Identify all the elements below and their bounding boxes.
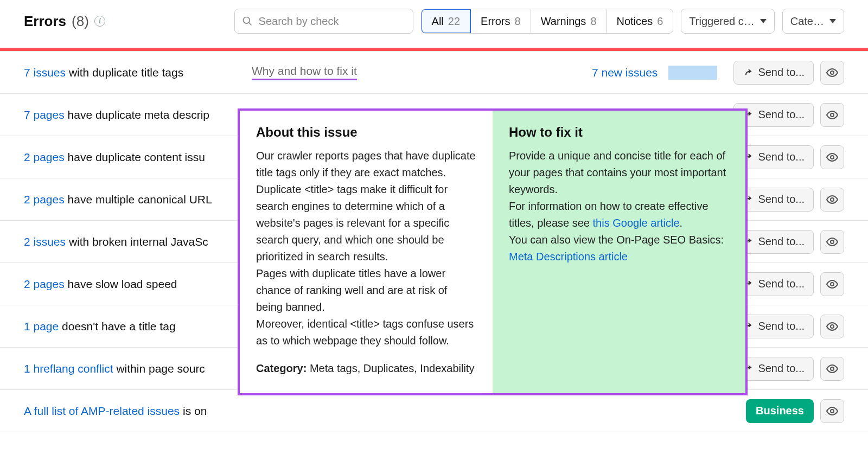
chevron-down-icon bbox=[760, 19, 767, 23]
svg-line-1 bbox=[248, 23, 251, 25]
svg-point-9 bbox=[831, 367, 834, 370]
visibility-toggle[interactable] bbox=[820, 272, 844, 296]
issue-rest: with duplicate title tags bbox=[66, 66, 183, 79]
eye-icon bbox=[826, 108, 839, 121]
issue-link[interactable]: 1 page bbox=[24, 320, 59, 332]
svg-point-8 bbox=[831, 325, 834, 328]
new-issues-link[interactable]: 7 new issues bbox=[592, 66, 658, 79]
svg-point-2 bbox=[831, 71, 834, 74]
issue-link[interactable]: 2 issues bbox=[24, 235, 66, 248]
about-text: Our crawler reports pages that have dupl… bbox=[256, 148, 476, 349]
why-and-how-link[interactable]: Why and how to fix it bbox=[252, 65, 357, 80]
howtofix-panel: How to fix it Provide a unique and conci… bbox=[493, 111, 745, 393]
visibility-toggle[interactable] bbox=[820, 230, 844, 254]
issue-link[interactable]: 7 issues bbox=[24, 66, 66, 79]
eye-icon bbox=[826, 320, 839, 333]
send-to-button[interactable]: Send to... bbox=[733, 61, 814, 85]
tab-all[interactable]: All22 bbox=[421, 9, 471, 34]
issue-rest: is on bbox=[180, 405, 207, 417]
eye-icon bbox=[826, 405, 839, 418]
visibility-toggle[interactable] bbox=[820, 188, 844, 212]
google-article-link[interactable]: this Google article bbox=[593, 217, 680, 229]
issue-rest: within page sourc bbox=[113, 362, 205, 375]
issue-link[interactable]: 2 pages bbox=[24, 278, 65, 290]
search-field[interactable] bbox=[234, 9, 413, 34]
issue-explainer-popover: About this issue Our crawler reports pag… bbox=[238, 108, 748, 395]
business-badge[interactable]: Business bbox=[746, 399, 814, 423]
issue-link[interactable]: A full list of AMP-related issues bbox=[24, 405, 180, 417]
howtofix-text: Provide a unique and concise title for e… bbox=[509, 148, 729, 265]
about-category: Category: Meta tags, Duplicates, Indexab… bbox=[256, 360, 476, 377]
visibility-toggle[interactable] bbox=[820, 357, 844, 381]
issue-rest: have duplicate meta descrip bbox=[65, 108, 209, 121]
search-icon bbox=[242, 16, 253, 27]
search-input[interactable] bbox=[234, 9, 413, 34]
issue-link[interactable]: 2 pages bbox=[24, 151, 65, 163]
visibility-toggle[interactable] bbox=[820, 315, 844, 338]
chevron-down-icon bbox=[829, 19, 836, 23]
section-title-count: (8) bbox=[72, 13, 89, 30]
svg-point-6 bbox=[831, 240, 834, 244]
svg-point-3 bbox=[831, 113, 834, 117]
svg-point-7 bbox=[831, 283, 834, 286]
issue-row: A full list of AMP-related issues is on … bbox=[0, 390, 868, 432]
svg-point-0 bbox=[243, 17, 250, 24]
eye-icon bbox=[826, 278, 839, 291]
about-panel: About this issue Our crawler reports pag… bbox=[240, 111, 493, 393]
issue-link[interactable]: 1 hreflang conflict bbox=[24, 362, 113, 375]
issue-bar bbox=[668, 66, 717, 80]
issue-rest: have multiple canonical URL bbox=[65, 193, 212, 206]
eye-icon bbox=[826, 362, 839, 375]
share-arrow-icon bbox=[743, 67, 754, 78]
tab-notices[interactable]: Notices6 bbox=[607, 9, 673, 33]
visibility-toggle[interactable] bbox=[820, 103, 844, 127]
visibility-toggle[interactable] bbox=[820, 61, 844, 85]
visibility-toggle[interactable] bbox=[820, 399, 844, 423]
info-icon[interactable]: i bbox=[94, 16, 105, 27]
issue-rest: with broken internal JavaSc bbox=[66, 235, 208, 248]
eye-icon bbox=[826, 151, 839, 164]
about-title: About this issue bbox=[256, 125, 476, 140]
svg-point-4 bbox=[831, 156, 834, 159]
svg-point-5 bbox=[831, 198, 834, 201]
severity-tabs: All22 Errors8 Warnings8 Notices6 bbox=[421, 9, 674, 34]
issue-rest: have duplicate content issu bbox=[65, 151, 205, 163]
meta-descriptions-article-link[interactable]: Meta Descriptions article bbox=[509, 251, 628, 262]
issue-link[interactable]: 2 pages bbox=[24, 193, 65, 206]
filter-category[interactable]: Cate… bbox=[782, 9, 844, 34]
filter-triggered[interactable]: Triggered c… bbox=[681, 9, 774, 34]
issue-row: 7 issues with duplicate title tags Why a… bbox=[0, 52, 868, 94]
eye-icon bbox=[826, 235, 839, 248]
eye-icon bbox=[826, 193, 839, 206]
visibility-toggle[interactable] bbox=[820, 145, 844, 169]
howtofix-title: How to fix it bbox=[509, 125, 729, 140]
tab-errors[interactable]: Errors8 bbox=[471, 9, 531, 33]
svg-point-10 bbox=[831, 409, 834, 413]
issue-link[interactable]: 7 pages bbox=[24, 108, 65, 121]
tab-warnings[interactable]: Warnings8 bbox=[531, 9, 607, 33]
issue-rest: have slow load speed bbox=[65, 278, 177, 290]
section-title-text: Errors bbox=[24, 13, 66, 30]
issue-rest: doesn't have a title tag bbox=[59, 320, 175, 332]
eye-icon bbox=[826, 66, 839, 79]
section-title: Errors (8) i bbox=[24, 13, 105, 30]
